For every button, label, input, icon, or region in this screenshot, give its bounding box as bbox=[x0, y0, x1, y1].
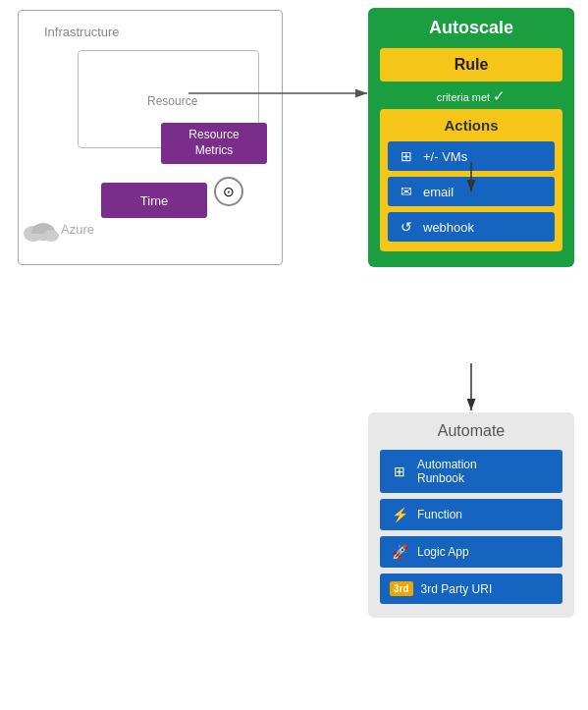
checkmark-icon: ✓ bbox=[493, 87, 506, 104]
email-action-button[interactable]: ✉ email bbox=[388, 177, 555, 206]
logic-app-icon: 🚀 bbox=[390, 544, 409, 560]
actions-title: Actions bbox=[388, 117, 555, 134]
rule-button[interactable]: Rule bbox=[380, 48, 562, 82]
automate-box: Automate ⊞ AutomationRunbook ⚡ Function … bbox=[368, 412, 574, 618]
automation-runbook-button[interactable]: ⊞ AutomationRunbook bbox=[380, 450, 562, 493]
function-icon: ⚡ bbox=[390, 507, 409, 522]
time-button[interactable]: Time bbox=[101, 183, 207, 218]
rule-label: Rule bbox=[454, 56, 489, 73]
webhook-action-button[interactable]: ↺ webhook bbox=[388, 212, 555, 242]
logic-app-button[interactable]: 🚀 Logic App bbox=[380, 536, 562, 568]
runbook-label: AutomationRunbook bbox=[417, 458, 477, 485]
vms-action-button[interactable]: ⊞ +/- VMs bbox=[388, 141, 555, 171]
autoscale-box: Autoscale Rule criteria met ✓ Actions ⊞ … bbox=[368, 8, 574, 267]
azure-label: Azure bbox=[61, 222, 94, 237]
third-party-badge: 3rd bbox=[390, 581, 413, 596]
webhook-icon: ↺ bbox=[398, 219, 415, 235]
actions-container: Actions ⊞ +/- VMs ✉ email ↺ webhook bbox=[380, 109, 562, 251]
webhook-label: webhook bbox=[423, 220, 474, 235]
runbook-icon: ⊞ bbox=[390, 464, 409, 479]
logic-app-label: Logic App bbox=[417, 545, 469, 559]
resource-label: Resource bbox=[147, 94, 197, 108]
resource-metrics-button[interactable]: ResourceMetrics bbox=[161, 123, 267, 164]
function-button[interactable]: ⚡ Function bbox=[380, 499, 562, 530]
third-party-uri-label: 3rd Party URI bbox=[421, 582, 493, 596]
email-icon: ✉ bbox=[398, 184, 415, 199]
time-label: Time bbox=[140, 193, 168, 208]
third-party-uri-button[interactable]: 3rd 3rd Party URI bbox=[380, 573, 562, 604]
autoscale-title: Autoscale bbox=[380, 18, 562, 38]
azure-cloud-icon bbox=[22, 214, 59, 247]
vms-icon: ⊞ bbox=[398, 148, 415, 164]
vms-label: +/- VMs bbox=[423, 149, 467, 164]
resource-metrics-label: ResourceMetrics bbox=[188, 128, 239, 158]
criteria-label: criteria met ✓ bbox=[380, 87, 562, 105]
infrastructure-label: Infrastructure bbox=[44, 25, 120, 39]
resource-box: Resource ResourceMetrics bbox=[78, 50, 259, 148]
clock-icon: ⊙ bbox=[214, 177, 243, 206]
automate-title: Automate bbox=[380, 422, 562, 440]
email-label: email bbox=[423, 185, 454, 199]
svg-rect-3 bbox=[26, 234, 55, 240]
function-label: Function bbox=[417, 508, 462, 521]
